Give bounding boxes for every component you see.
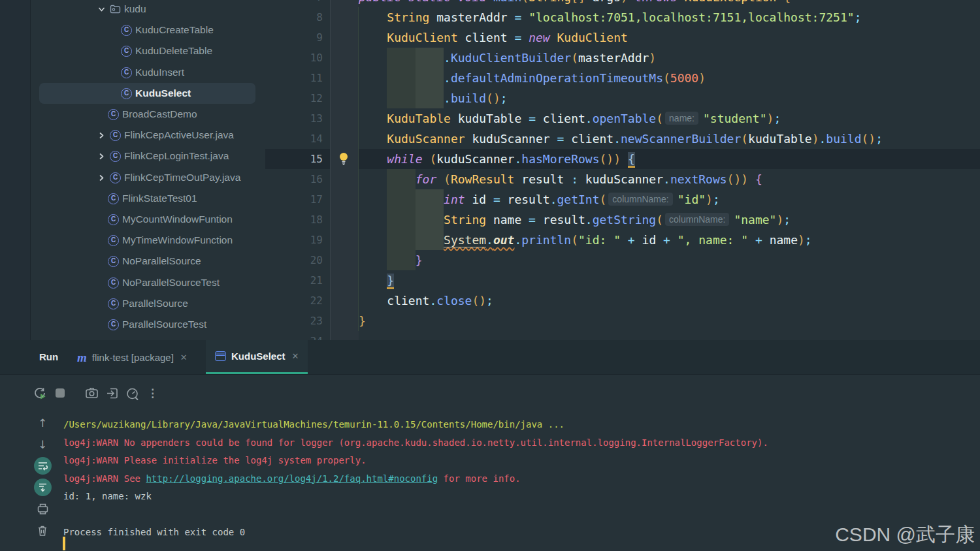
class-icon: C: [108, 235, 119, 246]
line-number[interactable]: 11: [265, 68, 323, 88]
intention-lightbulb-icon[interactable]: [337, 151, 351, 166]
code-text: }: [359, 311, 366, 331]
tree-row-noparallelsourcetest[interactable]: CNoParallelSourceTest: [31, 272, 265, 293]
tree-item-label: FlinkCepLoginTest.java: [124, 150, 229, 162]
code-text: String masterAddr = "localhost:7051,loca…: [359, 7, 861, 27]
clear-all-trash-icon[interactable]: [34, 522, 52, 539]
tab-flink-test[interactable]: m flink-test [package] ✕: [71, 340, 194, 374]
editor-line-21[interactable]: 21 }: [265, 270, 980, 291]
editor-line-19[interactable]: 19 System.out.println("id: " + id + ", n…: [265, 230, 980, 250]
class-icon: C: [108, 214, 119, 225]
line-number[interactable]: 22: [265, 291, 323, 311]
code-text: int id = result.getInt(columnName:"id");: [359, 189, 720, 210]
editor-line-18[interactable]: 18 String name = result.getString(column…: [265, 210, 980, 230]
tab-label: KuduSelect: [231, 351, 286, 362]
line-number[interactable]: 10: [265, 48, 323, 68]
tree-row-kududeletetable[interactable]: CKuduDeleteTable: [31, 40, 265, 61]
rerun-icon[interactable]: [33, 386, 46, 400]
chevron-right-icon[interactable]: [96, 130, 106, 140]
attach-icon[interactable]: [105, 386, 119, 400]
editor-line-22[interactable]: 22 client.close();: [265, 291, 980, 311]
tree-item-label: FlinkCepActiveUser.java: [124, 129, 234, 141]
line-number[interactable]: 9: [265, 27, 323, 48]
line-number[interactable]: 18: [265, 210, 323, 230]
close-icon[interactable]: ✕: [179, 353, 188, 362]
editor-line-7[interactable]: 7public static void main(String[] args) …: [265, 0, 980, 7]
tree-row-flinkcepactiveuser-java[interactable]: CFlinkCepActiveUser.java: [31, 125, 265, 146]
line-number[interactable]: 21: [265, 270, 323, 291]
tree-item-label: NoParallelSource: [122, 255, 201, 267]
code-editor[interactable]: 7public static void main(String[] args) …: [265, 0, 980, 340]
editor-line-23[interactable]: 23}: [265, 311, 980, 331]
editor-line-10[interactable]: 10 .KuduClientBuilder(masterAddr): [265, 48, 980, 68]
line-number[interactable]: 15: [265, 149, 323, 169]
code-text: }: [359, 270, 394, 291]
tree-row-mytimewindowfunction[interactable]: CMyTimeWindowFunction: [31, 230, 265, 251]
project-tree-panel: kuduCKuduCreateTableCKuduDeleteTableCKud…: [31, 0, 265, 340]
tree-item-label: KuduSelect: [135, 87, 191, 99]
editor-line-24[interactable]: 24: [265, 331, 980, 340]
print-icon[interactable]: [34, 500, 52, 518]
line-number[interactable]: 12: [265, 88, 323, 108]
line-number[interactable]: 16: [265, 169, 323, 189]
editor-line-14[interactable]: 14 KuduScanner kuduScanner = client.newS…: [265, 129, 980, 149]
line-number[interactable]: 7: [265, 0, 323, 7]
code-text: }: [359, 250, 423, 270]
tree-row-kudu[interactable]: kudu: [31, 0, 265, 20]
editor-line-8[interactable]: 8 String masterAddr = "localhost:7051,lo…: [265, 7, 980, 27]
tree-item-label: NoParallelSourceTest: [122, 277, 220, 289]
down-arrow-icon[interactable]: ↓: [34, 435, 52, 453]
tab-kuduselect[interactable]: KuduSelect ✕: [206, 340, 308, 374]
tree-row-kuduinsert[interactable]: CKuduInsert: [31, 62, 265, 83]
console-link[interactable]: http://logging.apache.org/log4j/1.2/faq.…: [146, 473, 438, 484]
editor-line-20[interactable]: 20 }: [265, 250, 980, 270]
editor-line-11[interactable]: 11 .defaultAdminOperationTimeoutMs(5000): [265, 68, 980, 88]
tree-row-noparallelsource[interactable]: CNoParallelSource: [31, 251, 265, 272]
tree-row-flinkstatetest01[interactable]: CFlinkStateTest01: [31, 188, 265, 209]
stop-icon[interactable]: [53, 386, 67, 400]
console-output: /Users/wuzikang/Library/Java/JavaVirtual…: [63, 416, 768, 542]
tree-row-broadcastdemo[interactable]: CBroadCastDemo: [31, 104, 265, 125]
line-number[interactable]: 8: [265, 7, 323, 27]
chevron-right-icon[interactable]: [96, 172, 106, 183]
class-icon: C: [121, 67, 132, 78]
tree-row-kuduselect[interactable]: CKuduSelect: [31, 83, 265, 104]
thread-dump-camera-icon[interactable]: [85, 386, 99, 400]
close-icon[interactable]: ✕: [291, 351, 299, 361]
line-number[interactable]: 14: [265, 129, 323, 149]
editor-line-9[interactable]: 9 KuduClient client = new KuduClient: [265, 27, 980, 48]
line-number[interactable]: 23: [265, 311, 323, 331]
editor-line-16[interactable]: 16 for (RowResult result : kuduScanner.n…: [265, 169, 980, 189]
tree-row-flinkceplogintest-java[interactable]: CFlinkCepLoginTest.java: [31, 146, 265, 166]
code-text: KuduClient client = new KuduClient: [359, 27, 628, 48]
line-number[interactable]: 24: [265, 331, 323, 340]
line-number[interactable]: 13: [265, 108, 323, 129]
tree-row-kuducreatetable[interactable]: CKuduCreateTable: [31, 20, 265, 40]
chevron-down-icon[interactable]: [96, 4, 106, 14]
editor-line-15[interactable]: 15 while (kuduScanner.hasMoreRows()) {: [265, 149, 980, 169]
line-number[interactable]: 20: [265, 250, 323, 270]
tree-row-mycountwindowfuntion[interactable]: CMyCountWindowFuntion: [31, 209, 265, 230]
tool-window-stripe: [0, 0, 31, 340]
class-icon: C: [121, 88, 132, 99]
run-tab-bar: Run m flink-test [package] ✕ KuduSelect …: [0, 340, 980, 375]
tree-row-parallelsourcetest[interactable]: CParallelSourceTest: [31, 314, 265, 335]
editor-line-17[interactable]: 17 int id = result.getInt(columnName:"id…: [265, 189, 980, 210]
tree-row-parallelsource[interactable]: CParallelSource: [31, 293, 265, 314]
more-kebab-icon[interactable]: ⋮: [146, 386, 159, 400]
line-number[interactable]: 17: [265, 189, 323, 210]
tree-item-label: MyTimeWindowFunction: [122, 234, 233, 246]
tree-item-label: FlinkStateTest01: [122, 193, 197, 204]
code-text: .build();: [359, 88, 508, 108]
scroll-to-end-icon[interactable]: [34, 479, 52, 496]
class-icon: C: [110, 130, 121, 141]
profiler-gauge-icon[interactable]: [125, 386, 139, 400]
tree-row-flinkceptimeoutpay-java[interactable]: CFlinkCepTimeOutPay.java: [31, 167, 265, 188]
chevron-right-icon[interactable]: [96, 151, 106, 161]
editor-line-12[interactable]: 12 .build();: [265, 88, 980, 108]
up-arrow-icon[interactable]: ↑: [34, 414, 52, 432]
line-number[interactable]: 19: [265, 230, 323, 250]
soft-wrap-icon[interactable]: [34, 457, 52, 475]
code-text: .defaultAdminOperationTimeoutMs(5000): [359, 68, 706, 88]
editor-line-13[interactable]: 13 KuduTable kuduTable = client.openTabl…: [265, 108, 980, 129]
